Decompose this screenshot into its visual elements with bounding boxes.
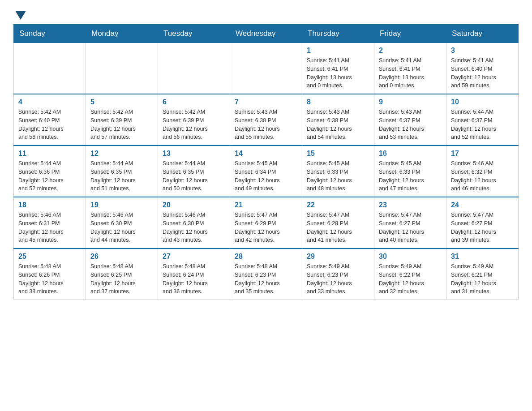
logo [13,9,26,20]
day-info: Sunrise: 5:49 AM Sunset: 6:22 PM Dayligh… [379,262,442,296]
calendar-cell: 20Sunrise: 5:46 AM Sunset: 6:30 PM Dayli… [158,197,230,248]
calendar-cell: 29Sunrise: 5:49 AM Sunset: 6:23 PM Dayli… [302,248,374,300]
day-number: 10 [451,98,514,106]
day-number: 21 [235,201,297,209]
weekday-header-thursday: Thursday [302,25,374,43]
day-number: 18 [18,201,81,209]
day-info: Sunrise: 5:48 AM Sunset: 6:23 PM Dayligh… [235,262,297,296]
day-info: Sunrise: 5:47 AM Sunset: 6:29 PM Dayligh… [235,211,297,244]
calendar-cell: 2Sunrise: 5:41 AM Sunset: 6:41 PM Daylig… [374,43,446,94]
calendar-cell: 31Sunrise: 5:49 AM Sunset: 6:21 PM Dayli… [446,248,519,300]
weekday-header-sunday: Sunday [14,25,86,43]
day-info: Sunrise: 5:47 AM Sunset: 6:28 PM Dayligh… [307,211,369,244]
day-info: Sunrise: 5:47 AM Sunset: 6:27 PM Dayligh… [379,211,442,244]
calendar-cell: 17Sunrise: 5:46 AM Sunset: 6:32 PM Dayli… [446,146,519,197]
calendar-cell: 26Sunrise: 5:48 AM Sunset: 6:25 PM Dayli… [86,248,158,300]
weekday-header-friday: Friday [374,25,446,43]
day-number: 28 [235,253,297,261]
calendar-cell [86,43,158,94]
calendar-cell: 27Sunrise: 5:48 AM Sunset: 6:24 PM Dayli… [158,248,230,300]
calendar-table: SundayMondayTuesdayWednesdayThursdayFrid… [13,24,519,300]
day-info: Sunrise: 5:43 AM Sunset: 6:38 PM Dayligh… [235,108,297,141]
day-number: 14 [235,150,297,158]
day-info: Sunrise: 5:42 AM Sunset: 6:39 PM Dayligh… [163,108,225,141]
page-header [13,9,519,20]
calendar-cell: 25Sunrise: 5:48 AM Sunset: 6:26 PM Dayli… [14,248,86,300]
day-info: Sunrise: 5:46 AM Sunset: 6:30 PM Dayligh… [90,211,153,244]
day-info: Sunrise: 5:46 AM Sunset: 6:32 PM Dayligh… [451,159,514,193]
day-info: Sunrise: 5:45 AM Sunset: 6:34 PM Dayligh… [235,159,297,193]
day-info: Sunrise: 5:46 AM Sunset: 6:30 PM Dayligh… [163,211,225,244]
day-number: 11 [18,150,81,158]
calendar-week-row: 1Sunrise: 5:41 AM Sunset: 6:41 PM Daylig… [14,43,519,94]
day-number: 4 [18,98,81,106]
day-number: 31 [451,253,514,261]
weekday-header-monday: Monday [86,25,158,43]
day-number: 12 [90,150,153,158]
day-info: Sunrise: 5:44 AM Sunset: 6:35 PM Dayligh… [90,159,153,193]
day-info: Sunrise: 5:48 AM Sunset: 6:26 PM Dayligh… [18,262,81,296]
day-info: Sunrise: 5:42 AM Sunset: 6:39 PM Dayligh… [90,108,153,141]
logo-triangle-icon [15,11,26,20]
calendar-cell: 18Sunrise: 5:46 AM Sunset: 6:31 PM Dayli… [14,197,86,248]
day-number: 23 [379,201,442,209]
calendar-cell: 6Sunrise: 5:42 AM Sunset: 6:39 PM Daylig… [158,94,230,146]
day-info: Sunrise: 5:48 AM Sunset: 6:25 PM Dayligh… [90,262,153,296]
day-info: Sunrise: 5:49 AM Sunset: 6:23 PM Dayligh… [307,262,369,296]
day-number: 25 [18,253,81,261]
day-number: 8 [307,98,369,106]
day-number: 29 [307,253,369,261]
day-info: Sunrise: 5:41 AM Sunset: 6:40 PM Dayligh… [451,56,514,90]
calendar-week-row: 4Sunrise: 5:42 AM Sunset: 6:40 PM Daylig… [14,94,519,146]
calendar-cell [14,43,86,94]
calendar-cell: 16Sunrise: 5:45 AM Sunset: 6:33 PM Dayli… [374,146,446,197]
day-number: 16 [379,150,442,158]
day-info: Sunrise: 5:41 AM Sunset: 6:41 PM Dayligh… [307,56,369,90]
day-number: 6 [163,98,225,106]
calendar-cell: 3Sunrise: 5:41 AM Sunset: 6:40 PM Daylig… [446,43,519,94]
calendar-cell: 19Sunrise: 5:46 AM Sunset: 6:30 PM Dayli… [86,197,158,248]
calendar-cell: 24Sunrise: 5:47 AM Sunset: 6:27 PM Dayli… [446,197,519,248]
weekday-header-tuesday: Tuesday [158,25,230,43]
day-number: 30 [379,253,442,261]
day-number: 7 [235,98,297,106]
day-info: Sunrise: 5:44 AM Sunset: 6:37 PM Dayligh… [451,108,514,141]
day-number: 2 [379,47,442,55]
day-info: Sunrise: 5:47 AM Sunset: 6:27 PM Dayligh… [451,211,514,244]
day-number: 15 [307,150,369,158]
calendar-week-row: 18Sunrise: 5:46 AM Sunset: 6:31 PM Dayli… [14,197,519,248]
day-number: 3 [451,47,514,55]
calendar-cell: 7Sunrise: 5:43 AM Sunset: 6:38 PM Daylig… [230,94,302,146]
calendar-cell: 13Sunrise: 5:44 AM Sunset: 6:35 PM Dayli… [158,146,230,197]
day-number: 9 [379,98,442,106]
calendar-cell: 8Sunrise: 5:43 AM Sunset: 6:38 PM Daylig… [302,94,374,146]
calendar-cell: 15Sunrise: 5:45 AM Sunset: 6:33 PM Dayli… [302,146,374,197]
day-info: Sunrise: 5:46 AM Sunset: 6:31 PM Dayligh… [18,211,81,244]
day-number: 20 [163,201,225,209]
day-number: 19 [90,201,153,209]
calendar-cell: 9Sunrise: 5:43 AM Sunset: 6:37 PM Daylig… [374,94,446,146]
calendar-cell [158,43,230,94]
calendar-cell: 21Sunrise: 5:47 AM Sunset: 6:29 PM Dayli… [230,197,302,248]
day-number: 27 [163,253,225,261]
calendar-cell: 5Sunrise: 5:42 AM Sunset: 6:39 PM Daylig… [86,94,158,146]
day-info: Sunrise: 5:41 AM Sunset: 6:41 PM Dayligh… [379,56,442,90]
calendar-cell: 12Sunrise: 5:44 AM Sunset: 6:35 PM Dayli… [86,146,158,197]
day-number: 13 [163,150,225,158]
day-info: Sunrise: 5:43 AM Sunset: 6:37 PM Dayligh… [379,108,442,141]
calendar-cell [230,43,302,94]
calendar-cell: 30Sunrise: 5:49 AM Sunset: 6:22 PM Dayli… [374,248,446,300]
calendar-week-row: 11Sunrise: 5:44 AM Sunset: 6:36 PM Dayli… [14,146,519,197]
day-info: Sunrise: 5:43 AM Sunset: 6:38 PM Dayligh… [307,108,369,141]
calendar-cell: 14Sunrise: 5:45 AM Sunset: 6:34 PM Dayli… [230,146,302,197]
calendar-cell: 22Sunrise: 5:47 AM Sunset: 6:28 PM Dayli… [302,197,374,248]
day-info: Sunrise: 5:45 AM Sunset: 6:33 PM Dayligh… [307,159,369,193]
weekday-header-saturday: Saturday [446,25,519,43]
day-info: Sunrise: 5:44 AM Sunset: 6:36 PM Dayligh… [18,159,81,193]
calendar-week-row: 25Sunrise: 5:48 AM Sunset: 6:26 PM Dayli… [14,248,519,300]
weekday-header-row: SundayMondayTuesdayWednesdayThursdayFrid… [14,25,519,43]
day-info: Sunrise: 5:44 AM Sunset: 6:35 PM Dayligh… [163,159,225,193]
day-number: 24 [451,201,514,209]
day-info: Sunrise: 5:45 AM Sunset: 6:33 PM Dayligh… [379,159,442,193]
calendar-cell: 10Sunrise: 5:44 AM Sunset: 6:37 PM Dayli… [446,94,519,146]
